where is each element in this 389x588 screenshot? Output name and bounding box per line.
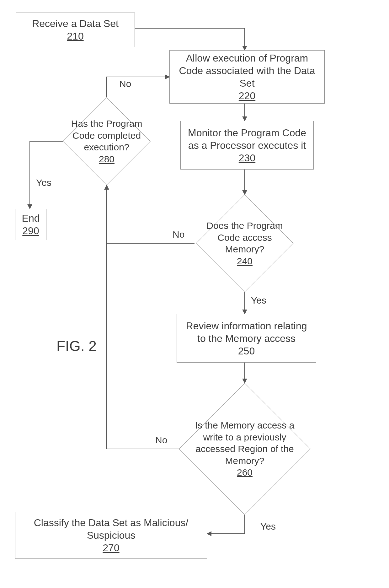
node-text: Receive a Data Set [32,17,119,30]
edge-label-240-yes: Yes [251,295,266,306]
edge-label-260-no: No [155,435,167,445]
node-number: 260 [237,467,253,478]
node-number: 250 [238,345,255,357]
decision-write-prev-region: Is the Memory access a write to a previo… [179,383,311,515]
node-text: Classify the Data Set as Malicious/ Susp… [19,516,203,542]
node-number: 220 [239,89,255,102]
node-text: Monitor the Program Code as a Processor … [184,127,310,152]
node-number: 290 [22,224,39,237]
node-allow-execution: Allow execution of Program Code associat… [169,50,325,104]
edge-label-280-no: No [119,78,131,89]
edge-label-280-yes: Yes [36,177,51,188]
node-number: 270 [103,542,119,554]
edge-label-260-yes: Yes [260,521,276,532]
node-text: End [22,212,40,224]
node-number: 280 [99,153,115,165]
edge-label-240-no: No [173,229,184,240]
node-text: Is the Memory access a write to a previo… [193,419,296,467]
figure-label: FIG. 2 [56,337,97,354]
node-review-memory-access: Review information relating to the Memor… [177,314,316,363]
node-number: 230 [239,152,255,164]
node-text: Does the Program Code access Memory? [204,220,285,255]
node-receive-data-set: Receive a Data Set 210 [16,13,135,47]
decision-completed-execution: Has the Program Code completed execution… [63,97,151,185]
node-text: Allow execution of Program Code associat… [173,52,321,89]
decision-access-memory: Does the Program Code access Memory? 240 [194,195,295,292]
node-text: Review information relating to the Memor… [181,320,312,345]
node-classify-malicious: Classify the Data Set as Malicious/ Susp… [15,512,207,559]
node-monitor-program: Monitor the Program Code as a Processor … [180,121,314,170]
node-end: End 290 [15,209,46,240]
node-text: Has the Program Code completed execution… [63,118,151,153]
node-number: 240 [237,255,253,267]
node-number: 210 [67,30,83,42]
